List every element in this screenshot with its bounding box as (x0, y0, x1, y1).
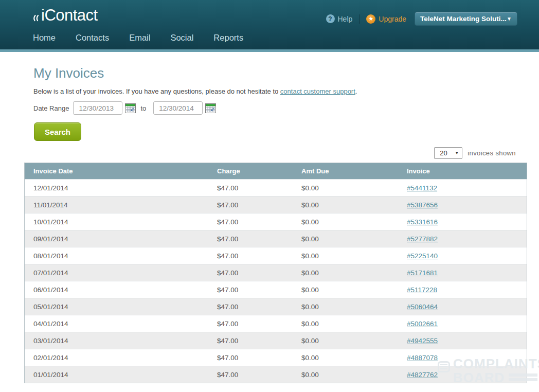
invoice-date-cell: 07/01/2014 (25, 269, 217, 277)
date-range-label: Date Range (33, 104, 69, 112)
invoice-cell: #5277882 (407, 235, 527, 243)
invoice-link[interactable]: #5225140 (407, 252, 438, 260)
per-page-suffix-label: invoices shown (468, 149, 516, 157)
invoice-date-cell: 04/01/2014 (25, 320, 217, 328)
invoice-cell: #5331616 (407, 218, 527, 226)
per-page-select[interactable]: 20 ▼ (434, 147, 462, 159)
upgrade-link[interactable]: Upgrade (379, 15, 406, 23)
column-header-charge: Charge (217, 167, 301, 175)
nav-item-home[interactable]: Home (33, 33, 56, 43)
table-row: 04/01/2014$47.00$0.00#5002661 (25, 315, 527, 332)
invoice-date-cell: 11/01/2014 (25, 201, 217, 209)
table-row: 07/01/2014$47.00$0.00#5171681 (25, 264, 527, 281)
invoice-date-cell: 05/01/2014 (25, 303, 217, 311)
contact-support-link[interactable]: contact customer support (280, 87, 355, 95)
invoice-link[interactable]: #5441132 (407, 184, 437, 192)
invoice-link[interactable]: #5387656 (407, 201, 438, 209)
table-row: 03/01/2014$47.00$0.00#4942555 (25, 332, 527, 349)
charge-cell: $47.00 (217, 235, 301, 243)
icontact-logo[interactable]: iContact (32, 6, 98, 26)
date-range-to-label: to (140, 104, 146, 112)
nav-item-email[interactable]: Email (129, 33, 150, 43)
table-row: 02/01/2014$47.00$0.00#4887078 (25, 349, 527, 366)
per-page-control: 20 ▼ invoices shown (434, 147, 516, 159)
account-selector-label: TeleNet Marketing Soluti... (420, 15, 507, 23)
invoice-cell: #5441132 (407, 184, 527, 192)
nav-item-reports[interactable]: Reports (213, 33, 243, 43)
charge-cell: $47.00 (217, 286, 301, 294)
amt-due-cell: $0.00 (301, 303, 407, 311)
invoice-date-cell: 10/01/2014 (25, 218, 217, 226)
invoice-link[interactable]: #5171681 (407, 269, 438, 277)
logo-text: iContact (41, 6, 98, 25)
invoice-cell: #5060464 (407, 303, 527, 311)
help-link[interactable]: Help (338, 15, 353, 23)
invoice-link[interactable]: #5060464 (407, 303, 438, 311)
invoice-cell: #5387656 (407, 201, 527, 209)
amt-due-cell: $0.00 (301, 286, 407, 294)
column-header-invoice: Invoice (407, 167, 527, 175)
charge-cell: $47.00 (217, 218, 301, 226)
table-row: 06/01/2014$47.00$0.00#5117228 (25, 281, 527, 298)
invoice-date-cell: 02/01/2014 (25, 354, 217, 362)
charge-cell: $47.00 (217, 371, 301, 379)
date-to-input[interactable] (153, 101, 203, 115)
invoice-cell: #5002661 (407, 320, 527, 328)
logo-wave-icon (32, 7, 40, 26)
select-caret-icon: ▼ (455, 151, 459, 155)
nav-item-social[interactable]: Social (170, 33, 193, 43)
header-accent-bar (0, 49, 539, 52)
column-header-invoice-date: Invoice Date (25, 167, 217, 175)
table-row: 09/01/2014$47.00$0.00#5277882 (25, 230, 527, 247)
amt-due-cell: $0.00 (301, 269, 407, 277)
upgrade-star-icon[interactable]: ★ (366, 14, 375, 24)
invoice-link[interactable]: #5002661 (407, 320, 438, 328)
invoice-link[interactable]: #5117228 (407, 286, 437, 294)
charge-cell: $47.00 (217, 320, 301, 328)
charge-cell: $47.00 (217, 337, 301, 345)
app-header: iContact HomeContactsEmailSocialReports … (0, 0, 539, 49)
nav-item-contacts[interactable]: Contacts (76, 33, 109, 43)
invoice-link[interactable]: #4887078 (407, 354, 438, 362)
invoice-link[interactable]: #4827762 (407, 371, 438, 379)
main-nav: HomeContactsEmailSocialReports (33, 33, 243, 43)
date-from-input[interactable] (73, 101, 122, 115)
invoice-table: Invoice DateChargeAmt DueInvoice 12/01/2… (24, 163, 527, 383)
invoice-date-cell: 06/01/2014 (25, 286, 217, 294)
table-row: 08/01/2014$47.00$0.00#5225140 (25, 247, 527, 264)
amt-due-cell: $0.00 (301, 235, 407, 243)
header-actions: ? Help ★ Upgrade TeleNet Marketing Solut… (326, 12, 518, 26)
table-row: 01/01/2014$47.00$0.00#4827762 (25, 366, 527, 383)
charge-cell: $47.00 (217, 303, 301, 311)
charge-cell: $47.00 (217, 184, 301, 192)
chevron-down-icon: ▼ (507, 16, 512, 22)
calendar-icon[interactable] (205, 103, 216, 113)
amt-due-cell: $0.00 (301, 252, 407, 260)
amt-due-cell: $0.00 (301, 218, 407, 226)
help-icon[interactable]: ? (326, 14, 335, 23)
invoice-table-header: Invoice DateChargeAmt DueInvoice (25, 163, 527, 179)
invoice-link[interactable]: #5277882 (407, 235, 438, 243)
search-button[interactable]: Search (34, 122, 81, 141)
invoice-table-body: 12/01/2014$47.00$0.00#544113211/01/2014$… (25, 179, 527, 383)
charge-cell: $47.00 (217, 252, 301, 260)
invoice-cell: #4827762 (407, 371, 527, 379)
invoice-cell: #5225140 (407, 252, 527, 260)
invoice-cell: #5171681 (407, 269, 527, 277)
per-page-value: 20 (440, 149, 447, 157)
amt-due-cell: $0.00 (301, 354, 407, 362)
intro-text: Below is a list of your invoices. If you… (33, 87, 357, 95)
amt-due-cell: $0.00 (301, 320, 407, 328)
calendar-icon[interactable] (125, 103, 136, 113)
invoice-link[interactable]: #4942555 (407, 337, 438, 345)
header-divider (359, 14, 360, 24)
table-row: 10/01/2014$47.00$0.00#5331616 (25, 213, 527, 230)
invoice-date-cell: 03/01/2014 (25, 337, 217, 345)
invoice-date-cell: 08/01/2014 (25, 252, 217, 260)
invoice-cell: #5117228 (407, 286, 527, 294)
account-selector-dropdown[interactable]: TeleNet Marketing Soluti... ▼ (415, 12, 517, 26)
table-row: 12/01/2014$47.00$0.00#5441132 (25, 179, 527, 196)
invoice-link[interactable]: #5331616 (407, 218, 438, 226)
charge-cell: $47.00 (217, 354, 301, 362)
table-row: 05/01/2014$47.00$0.00#5060464 (25, 298, 527, 315)
